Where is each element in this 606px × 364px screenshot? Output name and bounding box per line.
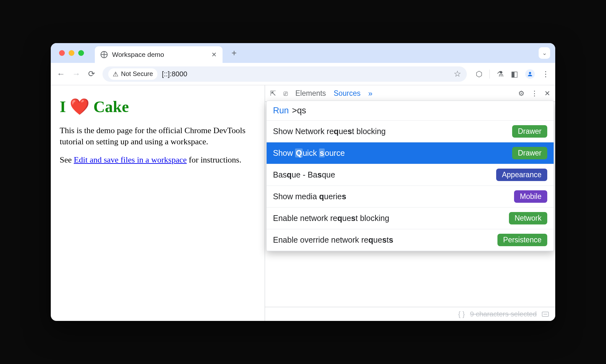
command-item[interactable]: Basque - BasqueAppearance — [267, 164, 554, 186]
more-tabs-icon[interactable]: » — [368, 89, 372, 98]
devtools-footer: { } 9 characters selected — [265, 307, 555, 321]
page-paragraph-2: See Edit and save files in a workspace f… — [60, 154, 256, 165]
run-label: Run — [273, 106, 289, 116]
command-label: Enable network request blocking — [273, 214, 509, 223]
toolbar-icons: ⬡ ⚗ ◧ ⋮ — [476, 69, 549, 79]
command-badge: Drawer — [512, 147, 547, 159]
command-label: Show Network request blocking — [273, 127, 512, 136]
window-close-button[interactable] — [59, 50, 65, 56]
inspect-icon[interactable]: ⇱ — [270, 89, 276, 98]
address-bar[interactable]: ⚠ Not Secure [::]:8000 ☆ — [102, 66, 467, 82]
content-body: I ❤️ Cake This is the demo page for the … — [51, 85, 555, 321]
command-item[interactable]: Enable override network requestsPersiste… — [267, 229, 554, 251]
bookmark-star-icon[interactable]: ☆ — [454, 69, 461, 79]
divider — [489, 70, 490, 79]
command-label: Show media queries — [273, 192, 514, 201]
command-query: >qs — [292, 106, 306, 116]
window-maximize-button[interactable] — [78, 50, 84, 56]
page-heading: I ❤️ Cake — [60, 97, 256, 116]
device-toolbar-icon[interactable]: ⎚ — [284, 89, 288, 98]
extensions-icon[interactable]: ⬡ — [476, 70, 482, 79]
close-devtools-icon[interactable]: ✕ — [544, 89, 550, 98]
tab-elements[interactable]: Elements — [295, 89, 326, 98]
titlebar: Workspace demo ✕ + ⌄ — [51, 43, 555, 63]
warning-icon: ⚠ — [113, 70, 118, 78]
browser-tab[interactable]: Workspace demo ✕ — [95, 46, 223, 63]
tab-sources[interactable]: Sources — [334, 89, 360, 98]
tutorial-link[interactable]: Edit and save files in a workspace — [74, 155, 187, 164]
security-chip[interactable]: ⚠ Not Secure — [108, 68, 157, 80]
command-label: Show Quick source — [273, 148, 512, 158]
browser-toolbar: ← → ⟳ ⚠ Not Secure [::]:8000 ☆ ⬡ ⚗ ◧ ⋮ — [51, 63, 555, 85]
kebab-menu-icon[interactable]: ⋮ — [531, 89, 538, 98]
command-badge: Persistence — [497, 234, 547, 246]
avatar-icon — [527, 71, 533, 77]
menu-icon[interactable]: ⋮ — [542, 70, 549, 79]
command-item[interactable]: Show media queriesMobile — [267, 186, 554, 208]
command-item[interactable]: Show Quick sourceDrawer — [267, 142, 554, 164]
command-badge: Drawer — [512, 125, 547, 138]
security-label: Not Secure — [121, 70, 153, 78]
coverage-icon[interactable]: { } — [458, 310, 465, 318]
back-button[interactable]: ← — [57, 70, 65, 79]
globe-icon — [101, 51, 108, 58]
window-minimize-button[interactable] — [69, 50, 74, 56]
command-item[interactable]: Show Network request blockingDrawer — [267, 121, 554, 142]
command-input-row[interactable]: Run >qs — [267, 101, 554, 121]
command-label: Basque - Basque — [273, 170, 496, 179]
command-label: Enable override network requests — [273, 235, 497, 245]
command-badge: Network — [509, 212, 547, 224]
traffic-lights — [59, 50, 84, 56]
side-panel-icon[interactable]: ◧ — [511, 70, 518, 79]
h1-post: Cake — [93, 97, 129, 116]
rendered-page: I ❤️ Cake This is the demo page for the … — [51, 85, 265, 321]
heart-icon: ❤️ — [70, 97, 89, 116]
labs-icon[interactable]: ⚗ — [497, 70, 504, 79]
footer-status: 9 characters selected — [470, 310, 537, 318]
h1-pre: I — [60, 97, 66, 116]
settings-gear-icon[interactable]: ⚙ — [518, 89, 525, 98]
browser-window: Workspace demo ✕ + ⌄ ← → ⟳ ⚠ Not Secure … — [51, 43, 555, 321]
command-badge: Mobile — [514, 190, 547, 203]
tabs-dropdown-button[interactable]: ⌄ — [539, 47, 550, 59]
reload-button[interactable]: ⟳ — [87, 70, 96, 79]
profile-avatar[interactable] — [525, 69, 535, 79]
command-menu: Run >qs Show Network request blockingDra… — [266, 101, 554, 251]
command-badge: Appearance — [496, 169, 547, 181]
url-text: [::]:8000 — [162, 70, 187, 78]
devtools-panel: ⇱ ⎚ Elements Sources » ⚙ ⋮ ✕ Run >qs Sho… — [265, 85, 555, 321]
forward-button[interactable]: → — [72, 70, 81, 79]
new-tab-button[interactable]: + — [231, 48, 237, 58]
tab-title: Workspace demo — [112, 51, 207, 58]
command-list: Show Network request blockingDrawerShow … — [267, 121, 554, 251]
devtools-header: ⇱ ⎚ Elements Sources » ⚙ ⋮ ✕ — [265, 85, 555, 102]
close-tab-icon[interactable]: ✕ — [211, 51, 217, 58]
svg-point-0 — [529, 72, 531, 74]
page-paragraph-1: This is the demo page for the official C… — [60, 125, 256, 147]
command-item[interactable]: Enable network request blockingNetwork — [267, 208, 554, 229]
line-column-icon[interactable] — [542, 312, 549, 317]
